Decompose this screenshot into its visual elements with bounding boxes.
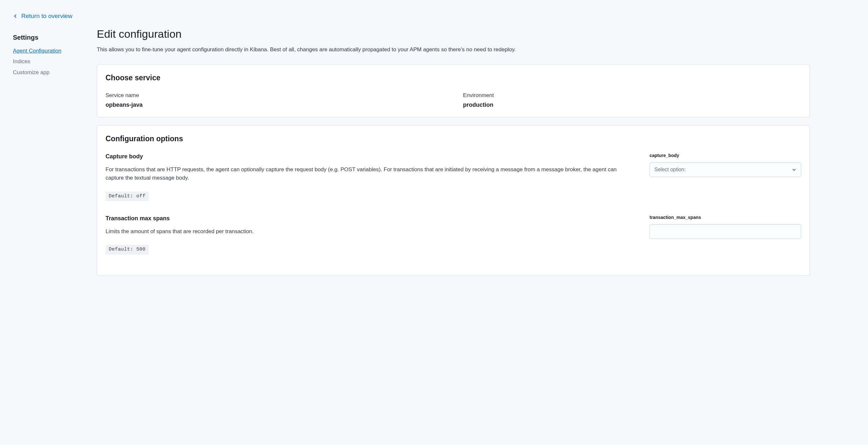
transaction-max-spans-input[interactable]: [650, 224, 801, 239]
chevron-down-icon: [792, 167, 796, 172]
capture-body-select-placeholder: Select option:: [654, 166, 686, 173]
sidebar: Return to overview Settings Agent Config…: [0, 0, 97, 296]
page-title: Edit configuration: [97, 26, 810, 42]
capture-body-field-label: capture_body: [650, 152, 801, 159]
service-name-value: opbeans-java: [105, 101, 444, 109]
return-link[interactable]: Return to overview: [13, 11, 72, 21]
sidebar-item-label: Customize app: [13, 69, 50, 75]
sidebar-item-label: Agent Configuration: [13, 48, 61, 54]
service-name-col: Service name opbeans-java: [105, 91, 444, 110]
main-content: Edit configuration This allows you to fi…: [97, 0, 868, 296]
config-section-transaction-max-spans: Transaction max spans Limits the amount …: [105, 214, 801, 255]
environment-col: Environment production: [463, 91, 801, 110]
transaction-max-spans-description: Limits the amount of spans that are reco…: [105, 227, 630, 236]
settings-title: Settings: [13, 33, 90, 42]
capture-body-select[interactable]: Select option:: [650, 162, 801, 177]
sidebar-item-indices[interactable]: Indices: [13, 58, 90, 66]
capture-body-heading: Capture body: [105, 152, 630, 161]
environment-value: production: [463, 101, 801, 109]
capture-body-description: For transactions that are HTTP requests,…: [105, 165, 630, 182]
configuration-options-title: Configuration options: [105, 133, 801, 144]
page-description: This allows you to fine-tune your agent …: [97, 45, 810, 54]
sidebar-item-agent-configuration[interactable]: Agent Configuration: [13, 47, 90, 55]
sidebar-item-customize-app[interactable]: Customize app: [13, 68, 90, 77]
return-link-label: Return to overview: [21, 11, 72, 21]
choose-service-title: Choose service: [105, 72, 801, 83]
settings-nav: Agent Configuration Indices Customize ap…: [13, 47, 90, 77]
capture-body-default: Default: off: [105, 192, 149, 202]
environment-label: Environment: [463, 91, 801, 100]
choose-service-panel: Choose service Service name opbeans-java…: [97, 64, 810, 117]
transaction-max-spans-field-label: transaction_max_spans: [650, 214, 801, 221]
transaction-max-spans-heading: Transaction max spans: [105, 214, 630, 223]
service-name-label: Service name: [105, 91, 444, 100]
configuration-options-panel: Configuration options Capture body For t…: [97, 125, 810, 276]
config-section-capture-body: Capture body For transactions that are H…: [105, 152, 801, 201]
sidebar-item-label: Indices: [13, 58, 30, 65]
chevron-left-icon: [13, 13, 18, 19]
transaction-max-spans-default: Default: 500: [105, 245, 149, 255]
